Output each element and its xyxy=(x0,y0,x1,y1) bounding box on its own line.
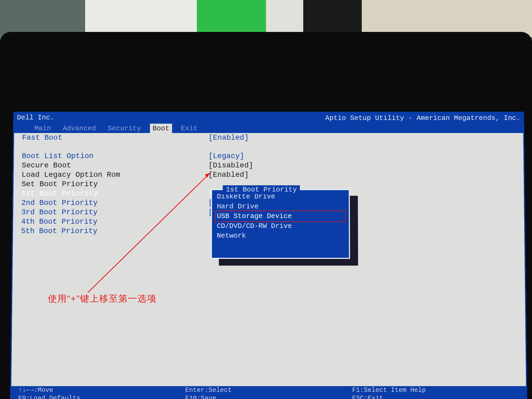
setting-label: Fast Boot xyxy=(22,133,209,142)
popup-option[interactable]: Network xyxy=(216,231,345,241)
bios-body: Fast Boot[Enabled]Boot List Option[Legac… xyxy=(10,133,527,386)
setting-label: 2nd Boot Priority xyxy=(21,198,208,207)
footer-col-3: F1:Select Item Help ESC:Exit xyxy=(352,386,519,399)
setting-row[interactable]: Boot List Option[Legacy] xyxy=(14,151,523,161)
setting-label: 4th Boot Priority xyxy=(21,217,208,226)
setting-label: Boot List Option xyxy=(22,151,209,161)
blank-line xyxy=(14,142,523,151)
tab-exit[interactable]: Exit xyxy=(178,123,200,133)
room-bg-block xyxy=(303,0,362,37)
setting-row[interactable]: Secure Boot[Disabled] xyxy=(14,161,524,170)
tab-boot[interactable]: Boot xyxy=(150,123,172,133)
popup-option[interactable]: Hard Drive xyxy=(216,202,345,211)
hint-exit: ESC:Exit xyxy=(352,394,519,399)
tab-main[interactable]: Main xyxy=(32,123,54,133)
setting-label: 1st Boot Priority xyxy=(21,189,208,198)
bios-header: Dell Inc. Aptio Setup Utility - American… xyxy=(13,112,524,133)
setting-label: 3rd Boot Priority xyxy=(21,207,208,217)
bios-footer: ↑↓←→:Move F9:Load Defaults Enter:Select … xyxy=(10,386,527,399)
setting-row[interactable]: Load Legacy Option Rom[Enabled] xyxy=(14,170,524,179)
footer-col-1: ↑↓←→:Move F9:Load Defaults xyxy=(18,386,185,399)
annotation-text: 使用“+”键上移至第一选项 xyxy=(48,293,157,305)
setting-value: [Disabled] xyxy=(208,161,253,170)
laptop-bezel: Dell Inc. Aptio Setup Utility - American… xyxy=(0,32,532,399)
setting-row[interactable]: Fast Boot[Enabled] xyxy=(14,133,523,142)
room-bg-block xyxy=(362,0,532,37)
hint-load-defaults: F9:Load Defaults xyxy=(18,394,185,399)
bios-tabs: Main Advanced Security Boot Exit xyxy=(16,123,522,133)
boot-priority-popup[interactable]: 1st Boot Priority Diskette DriveHard Dri… xyxy=(211,189,350,259)
popup-option[interactable]: USB Storage Device xyxy=(216,211,345,221)
hint-select: Enter:Select xyxy=(185,386,352,394)
setting-label: 5th Boot Priority xyxy=(21,226,208,236)
popup-option[interactable]: CD/DVD/CD-RW Drive xyxy=(216,221,345,231)
room-bg-block xyxy=(85,0,197,37)
setting-label: Set Boot Priority xyxy=(22,180,208,189)
hint-help: F1:Select Item Help xyxy=(352,386,519,394)
setting-label: Secure Boot xyxy=(22,161,209,170)
setting-value: [Legacy] xyxy=(209,151,244,161)
hint-move: ↑↓←→:Move xyxy=(18,386,185,394)
tab-security[interactable]: Security xyxy=(105,123,144,133)
setting-value: [Enabled] xyxy=(209,133,249,142)
tab-advanced[interactable]: Advanced xyxy=(60,123,99,133)
footer-col-2: Enter:Select F10:Save xyxy=(185,386,352,399)
setting-value: [Enabled] xyxy=(208,170,249,179)
popup-title: 1st Boot Priority xyxy=(223,185,300,194)
room-bg-block xyxy=(266,0,303,37)
room-bg-block xyxy=(197,0,266,37)
utility-title: Aptio Setup Utility - American Megatrend… xyxy=(325,114,521,122)
bios-screen: Dell Inc. Aptio Setup Utility - American… xyxy=(10,112,527,399)
setting-label: Load Legacy Option Rom xyxy=(22,170,208,179)
hint-save: F10:Save xyxy=(185,394,352,399)
